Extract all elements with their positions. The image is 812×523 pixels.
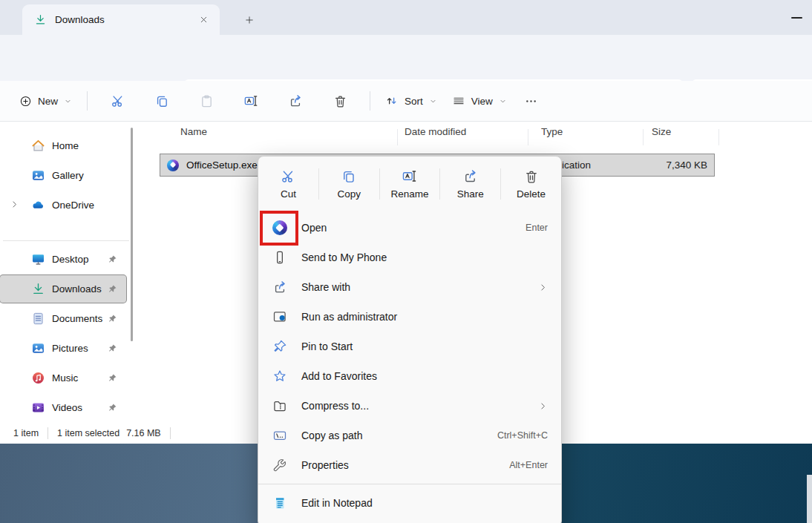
window-edge-sliver xyxy=(807,475,812,523)
desktop-icon xyxy=(31,252,45,266)
sidebar-item-label: Desktop xyxy=(52,254,89,265)
sidebar-item-desktop[interactable]: Desktop xyxy=(0,246,126,273)
sidebar-item-videos[interactable]: Videos xyxy=(0,394,126,421)
menu-item-open[interactable]: Open Enter xyxy=(258,213,561,243)
sidebar-item-label: Pictures xyxy=(52,343,88,354)
share-icon xyxy=(462,168,478,184)
share-icon xyxy=(272,280,287,295)
view-label: View xyxy=(471,96,493,107)
new-label: New xyxy=(38,96,58,107)
share-button[interactable] xyxy=(281,88,310,114)
gallery-icon xyxy=(31,168,45,182)
cut-button[interactable] xyxy=(103,88,131,114)
pictures-icon xyxy=(31,341,45,355)
column-header-name[interactable]: Name xyxy=(180,126,207,137)
menu-item-send-to-my-phone[interactable]: Send to My Phone xyxy=(258,243,561,272)
sort-button[interactable]: Sort xyxy=(378,88,445,114)
menu-item-run-as-administrator[interactable]: Run as administrator xyxy=(258,302,561,332)
paste-button[interactable] xyxy=(192,88,220,114)
sidebar-item-music[interactable]: Music xyxy=(0,364,126,392)
expand-chevron-icon[interactable] xyxy=(10,200,19,209)
sidebar-item-downloads[interactable]: Downloads xyxy=(0,275,126,303)
column-divider[interactable] xyxy=(643,129,644,145)
sidebar-item-label: OneDrive xyxy=(52,200,94,211)
column-header-type[interactable]: Type xyxy=(541,126,563,137)
column-header-date-modified[interactable]: Date modified xyxy=(405,126,466,137)
context-cut-button[interactable]: Cut xyxy=(258,169,318,200)
trash-icon xyxy=(524,169,539,184)
toolbar-divider xyxy=(87,91,88,111)
status-divider xyxy=(170,427,171,439)
new-tab-button[interactable] xyxy=(239,10,260,30)
quick-action-label: Delete xyxy=(517,188,546,200)
menu-shortcut: Enter xyxy=(525,223,548,233)
column-divider[interactable] xyxy=(397,129,398,145)
pin-icon xyxy=(108,284,117,294)
command-toolbar: New Sort View xyxy=(0,81,812,122)
sidebar-item-documents[interactable]: Documents xyxy=(0,305,126,332)
context-menu-quick-actions: Cut Copy Rename Share Delete xyxy=(258,159,561,209)
download-icon xyxy=(34,13,47,26)
context-menu: Cut Copy Rename Share Delete xyxy=(258,156,562,523)
context-rename-button[interactable]: Rename xyxy=(380,168,440,200)
music-icon xyxy=(31,371,45,385)
menu-item-label: Share with xyxy=(301,281,350,293)
rename-icon xyxy=(243,93,258,108)
sidebar-item-pictures[interactable]: Pictures xyxy=(0,335,126,362)
copy-button[interactable] xyxy=(148,88,176,114)
quick-action-label: Share xyxy=(457,188,484,200)
trash-icon xyxy=(333,94,347,108)
pin-icon xyxy=(108,373,117,383)
menu-item-compress-to[interactable]: Compress to... xyxy=(258,391,561,421)
sidebar-item-home[interactable]: Home xyxy=(0,132,126,159)
sidebar-item-label: Downloads xyxy=(52,283,102,295)
path-icon xyxy=(272,428,287,443)
new-button[interactable]: New xyxy=(12,88,79,114)
delete-button[interactable] xyxy=(326,88,354,114)
rename-icon xyxy=(402,168,417,184)
item-count: 1 item xyxy=(13,428,39,438)
sort-arrows-icon xyxy=(385,94,399,108)
rename-button[interactable] xyxy=(237,88,265,114)
zip-folder-icon xyxy=(272,398,287,413)
menu-item-pin-to-start[interactable]: Pin to Start xyxy=(258,332,561,361)
pin-icon xyxy=(272,339,287,354)
minimize-button[interactable] xyxy=(785,11,808,24)
context-share-button[interactable]: Share xyxy=(440,168,500,200)
more-ellipsis-icon xyxy=(524,94,538,108)
copy-icon xyxy=(155,94,169,108)
sidebar-item-onedrive[interactable]: OneDrive xyxy=(0,191,126,219)
column-header-size[interactable]: Size xyxy=(652,126,671,137)
menu-item-share-with[interactable]: Share with xyxy=(258,272,561,302)
selection-size: 7.16 MB xyxy=(126,428,161,438)
menu-item-label: Run as administrator xyxy=(301,311,397,323)
menu-item-label: Pin to Start xyxy=(301,341,353,352)
menu-item-add-to-favorites[interactable]: Add to Favorites xyxy=(258,361,561,391)
menu-item-edit-in-notepad[interactable]: Edit in Notepad xyxy=(258,488,561,518)
column-divider[interactable] xyxy=(718,129,719,145)
menu-item-properties[interactable]: Properties Alt+Enter xyxy=(258,450,561,480)
menu-item-label: Edit in Notepad xyxy=(301,497,373,509)
context-delete-button[interactable]: Delete xyxy=(501,169,561,200)
context-copy-button[interactable]: Copy xyxy=(319,169,379,200)
sidebar-scrollbar[interactable] xyxy=(131,128,133,341)
menu-item-label: Compress to... xyxy=(301,400,369,412)
navigation-bar: Downloads xyxy=(0,35,812,81)
pin-icon xyxy=(108,343,117,353)
cut-scissors-icon xyxy=(111,94,125,108)
videos-icon xyxy=(31,401,45,415)
quick-action-label: Copy xyxy=(337,188,361,200)
view-button[interactable]: View xyxy=(445,88,514,114)
plus-icon xyxy=(244,15,255,25)
menu-item-label: Send to My Phone xyxy=(301,251,387,263)
explorer-tab-downloads[interactable]: Downloads xyxy=(22,4,220,35)
column-divider[interactable] xyxy=(528,129,528,145)
share-icon xyxy=(288,93,303,108)
star-icon xyxy=(272,369,287,384)
menu-item-copy-as-path[interactable]: Copy as path Ctrl+Shift+C xyxy=(258,421,561,450)
menu-item-label: Open xyxy=(301,222,327,234)
sidebar-item-gallery[interactable]: Gallery xyxy=(0,162,126,189)
see-more-button[interactable] xyxy=(517,88,546,114)
sort-label: Sort xyxy=(405,96,423,107)
tab-close-button[interactable] xyxy=(193,10,214,30)
